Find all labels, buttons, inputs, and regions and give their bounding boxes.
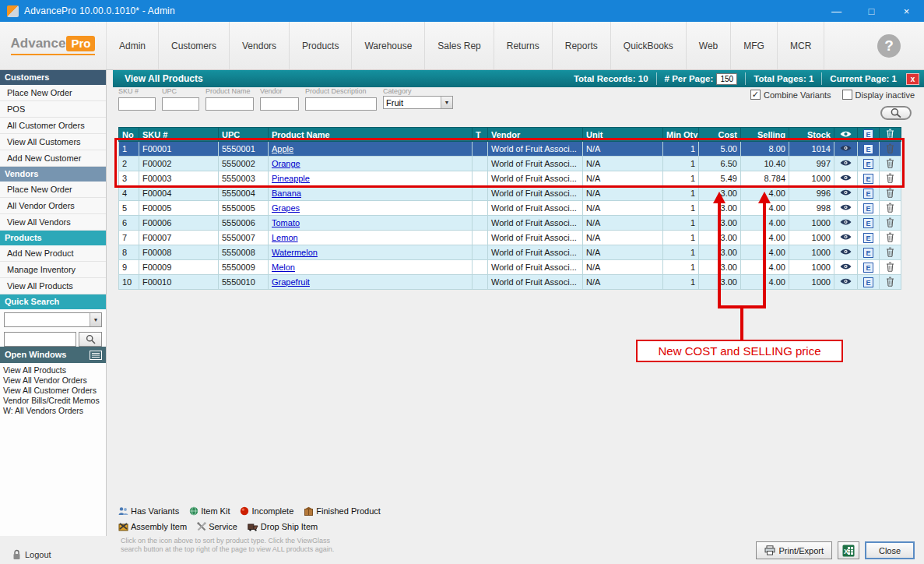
view-product-button[interactable] [834,260,858,275]
view-product-button[interactable] [834,216,858,231]
vendor-filter-input[interactable] [260,97,299,111]
product-row-F00005[interactable]: 5F000055550005GrapesWorld of Fruit Assoc… [119,201,901,216]
open-window-w-all-vendors-orders[interactable]: W: All Vendors Orders [3,406,106,416]
view-product-button[interactable] [834,201,858,216]
nav-tab-mfg[interactable]: MFG [731,22,778,69]
legend-item-kit[interactable]: Item Kit [189,506,230,516]
legend-assembly-item[interactable]: Assembly Item [118,522,187,531]
upc-filter-input[interactable] [162,97,199,111]
sidebar-item-view-all-customers[interactable]: View All Customers [0,134,106,150]
product-row-F00008[interactable]: 8F000085550008WatermelonWorld of Fruit A… [119,245,901,260]
edit-product-button[interactable]: E [858,260,880,275]
nav-tab-vendors[interactable]: Vendors [230,22,290,69]
legend-finished-product[interactable]: Finished Product [304,506,381,516]
close-page-button[interactable]: Close [865,541,915,559]
nav-tab-returns[interactable]: Returns [494,22,553,69]
edit-product-button[interactable]: E [858,142,880,157]
view-product-button[interactable] [834,231,858,245]
maximize-icon[interactable]: □ [854,0,889,22]
product-row-F00004[interactable]: 4F000045550004BananaWorld of Fruit Assoc… [119,186,901,201]
product-link[interactable]: Banana [272,189,301,198]
delete-product-button[interactable] [880,260,901,275]
sidebar-item-add-new-customer[interactable]: Add New Customer [0,150,106,167]
product-link[interactable]: Grapefruit [272,277,310,287]
delete-product-button[interactable] [880,171,901,186]
product-link[interactable]: Melon [272,263,295,272]
help-icon[interactable]: ? [877,34,901,58]
sidebar-item-view-all-products[interactable]: View All Products [0,278,106,294]
product-link[interactable]: Lemon [272,233,298,242]
product-row-F00002[interactable]: 2F000025550002OrangeWorld of Fruit Assoc… [119,157,901,171]
logout-button[interactable]: Logout [12,549,51,560]
legend-drop-ship-item[interactable]: Drop Ship Item [248,522,318,531]
print-export-button[interactable]: Print/Export [756,541,832,559]
edit-product-button[interactable]: E [858,275,880,290]
sidebar-item-add-new-product[interactable]: Add New Product [0,245,106,262]
nav-tab-warehouse[interactable]: Warehouse [352,22,425,69]
nav-tab-products[interactable]: Products [290,22,352,69]
col-header-cost[interactable]: Cost [699,128,741,142]
product-link[interactable]: Tomato [272,218,300,227]
nav-tab-web[interactable]: Web [687,22,731,69]
quick-search-button[interactable] [79,332,102,347]
product-row-F00010[interactable]: 10F000105550010GrapefruitWorld of Fruit … [119,275,901,290]
sidebar-item-all-vendor-orders[interactable]: All Vendor Orders [0,198,106,214]
edit-product-button[interactable]: E [858,201,880,216]
category-select[interactable]: Fruit ▼ [383,96,453,109]
legend-service[interactable]: Service [197,522,237,531]
open-window-view-all-vendor-orders[interactable]: View All Vendor Orders [3,375,106,386]
sidebar-item-place-new-order[interactable]: Place New Order [0,182,106,198]
sidebar-header-open-windows[interactable]: Open Windows [0,347,106,363]
delete-product-button[interactable] [880,142,901,157]
open-window-vendor-bills-credit-memos[interactable]: Vendor Bills/Credit Memos [3,396,106,406]
sidebar-header-vendors[interactable]: Vendors [0,167,106,182]
combine-variants-checkbox[interactable]: ✓ Combine Variants [750,90,831,100]
delete-product-button[interactable] [880,245,901,260]
col-header-no[interactable]: No [119,128,139,142]
product-link[interactable]: Pineapple [272,174,310,183]
quick-search-input[interactable] [4,332,76,347]
product-row-F00006[interactable]: 6F000065550006TomatoWorld of Fruit Assoc… [119,216,901,231]
quick-search-select[interactable]: ▼ [4,312,102,327]
view-product-button[interactable] [834,157,858,171]
page-close-button[interactable]: x [906,73,919,85]
edit-product-button[interactable]: E [858,157,880,171]
nav-tab-customers[interactable]: Customers [159,22,230,69]
col-header-product-name[interactable]: Product Name [269,128,473,142]
product-row-F00009[interactable]: 9F000095550009MelonWorld of Fruit Associ… [119,260,901,275]
col-header-type[interactable]: T [473,128,488,142]
delete-product-button[interactable] [880,157,901,171]
sidebar-header-products[interactable]: Products [0,231,106,245]
delete-product-button[interactable] [880,186,901,201]
sidebar-item-pos[interactable]: POS [0,101,106,118]
product-row-F00003[interactable]: 3F000035550003PineappleWorld of Fruit As… [119,171,901,186]
nav-tab-reports[interactable]: Reports [553,22,611,69]
sidebar-header-customers[interactable]: Customers [0,70,106,85]
col-header-sku[interactable]: SKU # [139,128,219,142]
legend-incomplete[interactable]: Incomplete [240,506,293,516]
view-product-button[interactable] [834,245,858,260]
display-inactive-checkbox[interactable]: Display inactive [842,90,915,100]
col-header-vendor[interactable]: Vendor [488,128,583,142]
col-header-delete[interactable] [880,128,901,142]
open-window-view-all-customer-orders[interactable]: View All Customer Orders [3,386,106,396]
col-header-view[interactable] [834,128,858,142]
product-link[interactable]: Watermelon [272,248,318,257]
legend-has-variants[interactable]: Has Variants [118,506,179,516]
col-header-edit[interactable]: E [858,128,880,142]
sidebar-item-view-all-vendors[interactable]: View All Vendors [0,214,106,231]
view-glass-search-button[interactable] [880,106,912,120]
close-icon[interactable]: × [889,0,924,22]
edit-product-button[interactable]: E [858,186,880,201]
col-header-unit[interactable]: Unit [583,128,663,142]
per-page-input[interactable] [716,73,737,85]
product-name-filter-input[interactable] [206,97,254,111]
delete-product-button[interactable] [880,275,901,290]
col-header-upc[interactable]: UPC [219,128,269,142]
edit-product-button[interactable]: E [858,216,880,231]
col-header-min-qty[interactable]: Min Qty [663,128,699,142]
product-description-filter-input[interactable] [305,97,377,111]
nav-tab-sales-rep[interactable]: Sales Rep [425,22,494,69]
nav-tab-admin[interactable]: Admin [107,22,159,69]
nav-tab-mcr[interactable]: MCR [778,22,824,69]
